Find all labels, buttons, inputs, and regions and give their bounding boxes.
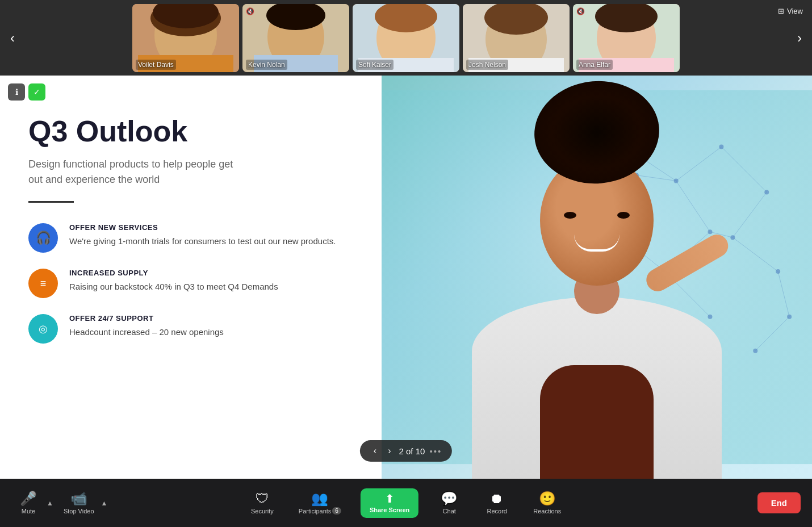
record-icon: ⏺ (490, 492, 504, 505)
presenter-shirt (540, 365, 654, 479)
main-area: ℹ ✓ Q3 Outlook Design functional product… (0, 76, 812, 479)
slide-title: Q3 Outlook (28, 115, 353, 148)
page-counter: 2 of 10 (399, 446, 425, 456)
participant-card-josh[interactable]: Josh Nelson (463, 4, 570, 72)
video-caret[interactable]: ▲ (100, 499, 109, 507)
slide-divider (28, 201, 74, 203)
participant-name-kevin: Kevin Nolan (246, 60, 287, 70)
chat-label: Chat (443, 508, 456, 515)
toolbar-left: 🎤 Mute ▲ 📹 Stop Video ▲ (11, 488, 108, 518)
stop-video-label: Stop Video (64, 508, 94, 515)
muted-icon-anna: 🔇 (576, 7, 585, 15)
page-prev-btn[interactable]: ‹ (370, 445, 380, 457)
view-label: View (787, 7, 803, 15)
support-content: OFFER 24/7 SUPPORT Headcount increased –… (69, 314, 224, 339)
services-heading: OFFER NEW SERVICES (69, 223, 336, 232)
toolbar-center: 🛡 Security 👥 Participants6 ⬆ Share Scree… (245, 488, 567, 518)
slide-check-btn[interactable]: ✓ (28, 83, 45, 101)
participant-bar: ‹ Voilet Davis (0, 0, 812, 76)
svg-point-48 (776, 269, 780, 274)
slide-item-supply: ≡ INCREASED SUPPLY Raising our backstock… (28, 269, 353, 298)
support-body: Headcount increased – 20 new openings (69, 326, 224, 339)
chat-button[interactable]: 💬 Chat (432, 488, 466, 518)
support-heading: OFFER 24/7 SUPPORT (69, 314, 224, 323)
reactions-button[interactable]: 🙂 Reactions (528, 488, 567, 518)
participant-name-anna: Anna Elfar (576, 60, 613, 70)
stop-video-icon: 📹 (70, 492, 87, 505)
participants-badge: 6 (332, 507, 341, 515)
services-content: OFFER NEW SERVICES We're giving 1-month … (69, 223, 336, 248)
bottom-toolbar: 🎤 Mute ▲ 📹 Stop Video ▲ 🛡 Security 👥 Par… (0, 479, 812, 527)
slide-item-support: ◎ OFFER 24/7 SUPPORT Headcount increased… (28, 314, 353, 344)
supply-icon: ≡ (28, 269, 58, 298)
slide-controls: ℹ ✓ (8, 83, 45, 101)
next-participant-btn[interactable]: › (787, 30, 812, 46)
record-button[interactable]: ⏺ Record (480, 488, 514, 518)
support-icon: ◎ (28, 314, 58, 344)
mute-caret[interactable]: ▲ (45, 499, 55, 507)
participant-name-sofi: Sofi Kaiser (356, 60, 394, 70)
page-next-btn[interactable]: › (384, 445, 394, 457)
services-body: We're giving 1-month trials for consumer… (69, 235, 336, 248)
chat-icon: 💬 (441, 492, 458, 505)
participant-card-anna[interactable]: 🔇 Anna Elfar (573, 4, 680, 72)
participant-card-sofi[interactable]: Sofi Kaiser (353, 4, 459, 72)
muted-icon-kevin: 🔇 (246, 7, 254, 15)
participants-list: Voilet Davis 🔇 Kevin Nolan (25, 4, 787, 72)
stop-video-button[interactable]: 📹 Stop Video (58, 488, 100, 518)
presenter-hair (530, 76, 664, 189)
slide-item-services: 🎧 OFFER NEW SERVICES We're giving 1-mont… (28, 223, 353, 253)
presenter-arm (642, 231, 733, 296)
slide-panel: ℹ ✓ Q3 Outlook Design functional product… (0, 76, 382, 479)
participant-card-kevin[interactable]: 🔇 Kevin Nolan (242, 4, 349, 72)
share-screen-icon: ⬆ (385, 493, 395, 504)
slide-subtitle: Design functional products to help peopl… (28, 157, 244, 187)
share-screen-label: Share Screen (370, 507, 409, 513)
participants-button[interactable]: 👥 Participants6 (293, 488, 347, 518)
mute-button[interactable]: 🎤 Mute (11, 488, 45, 518)
mute-icon: 🎤 (20, 492, 37, 505)
security-icon: 🛡 (256, 492, 269, 505)
participant-card-voilet[interactable]: Voilet Davis (132, 4, 239, 72)
services-icon: 🎧 (28, 223, 58, 253)
security-label: Security (251, 508, 274, 515)
share-screen-button[interactable]: ⬆ Share Screen (361, 488, 418, 518)
end-button[interactable]: End (757, 492, 801, 513)
svg-point-59 (787, 315, 792, 319)
page-nav: ‹ › 2 of 10 ••• (360, 440, 452, 462)
page-more-options: ••• (429, 446, 442, 456)
video-panel (382, 76, 812, 479)
toolbar-right: End (757, 492, 801, 513)
security-button[interactable]: 🛡 Security (245, 488, 279, 518)
presenter-area (449, 76, 744, 479)
svg-point-46 (764, 190, 769, 194)
reactions-label: Reactions (533, 508, 561, 515)
participant-name-josh: Josh Nelson (466, 60, 508, 70)
view-button[interactable]: ⊞ View (778, 7, 803, 15)
supply-heading: INCREASED SUPPLY (69, 269, 278, 277)
mute-label: Mute (22, 508, 35, 515)
svg-point-60 (753, 349, 757, 353)
supply-body: Raising our backstock 40% in Q3 to meet … (69, 281, 278, 294)
prev-participant-btn[interactable]: ‹ (0, 30, 25, 46)
participants-icon: 👥 (311, 492, 328, 505)
grid-icon: ⊞ (778, 7, 784, 15)
record-label: Record (487, 508, 507, 515)
supply-content: INCREASED SUPPLY Raising our backstock 4… (69, 269, 278, 294)
participant-name-voilet: Voilet Davis (136, 60, 176, 70)
participants-label: Participants6 (299, 508, 341, 515)
slide-info-btn[interactable]: ℹ (8, 83, 25, 101)
reactions-icon: 🙂 (539, 492, 556, 505)
